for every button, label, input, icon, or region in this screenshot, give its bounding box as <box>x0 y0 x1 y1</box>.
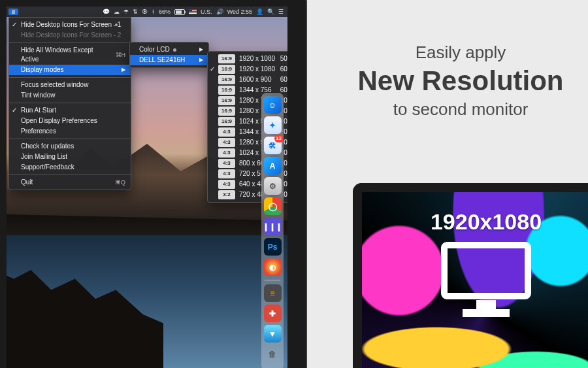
photoshop-icon[interactable]: Ps <box>264 238 282 256</box>
battery-label: 66% <box>159 8 171 15</box>
menu-item-label: Hide All Windows Except Active <box>21 46 110 64</box>
battery-icon[interactable] <box>174 9 185 15</box>
promo-line3: to second monitor <box>333 99 588 120</box>
menu-item[interactable]: Check for updates <box>9 141 131 152</box>
aspect-ratio-badge: 4:3 <box>218 159 235 168</box>
menu-item-label: Quit <box>21 178 33 187</box>
promo-line1: Easily apply <box>333 42 588 63</box>
resolution-label: 1600 x 900 <box>239 75 276 84</box>
menu-item-label: Check for updates <box>21 142 74 151</box>
aspect-ratio-badge: 4:3 <box>218 169 235 178</box>
menu-item[interactable]: Preferences <box>9 126 131 137</box>
menu-item-label: Join Mailing List <box>21 152 67 161</box>
display-name-label: DELL SE2416H <box>139 56 185 65</box>
menu-item[interactable]: Hide All Windows Except Active⌘H <box>9 45 131 65</box>
user-menubar-icon[interactable]: 👤 <box>256 8 263 15</box>
svg-rect-0 <box>444 245 528 296</box>
menu-item[interactable]: Display modes <box>9 65 131 75</box>
promo-text: Easily apply New Resolution to second mo… <box>333 42 588 120</box>
promo-line2: New Resolution <box>333 65 588 97</box>
menu-item[interactable]: Hide Desktop Icons For Screen - 1 <box>9 20 131 30</box>
aspect-ratio-badge: 4:3 <box>218 127 235 137</box>
menu-item-label: Tint window <box>21 91 55 100</box>
menu-item[interactable]: Join Mailing List <box>9 152 131 162</box>
display-name-label: Color LCD <box>139 45 170 54</box>
monitor-icon <box>440 241 532 320</box>
display-modes-submenu: Color LCDDELL SE2416H <box>129 42 209 68</box>
app-dropdown-menu: Hide Desktop Icons For Screen - 1Hide De… <box>8 17 131 190</box>
menu-item[interactable]: Quit⌘Q <box>9 177 131 188</box>
flag-icon[interactable] <box>189 9 197 14</box>
menu-item-label: Run At Start <box>21 106 56 115</box>
resolution-item[interactable]: 16:91920 x 108050Hz <box>208 54 287 64</box>
finder-icon[interactable]: ☺ <box>264 96 282 114</box>
refresh-rate-label: 50Hz <box>280 54 287 63</box>
aspect-ratio-badge: 16:9 <box>218 117 235 126</box>
aspect-ratio-badge: 4:3 <box>218 148 235 158</box>
menu-item-label: Focus selected window <box>21 80 88 90</box>
overlay-resolution-label: 1920x1080 <box>431 209 542 235</box>
menu-item-shortcut: ⌘Q <box>110 178 125 187</box>
trash-icon[interactable]: 🗑 <box>264 345 282 363</box>
appstore-icon[interactable]: A <box>264 157 282 175</box>
aspect-ratio-badge: 16:9 <box>218 96 235 105</box>
second-monitor: 1920x1080 <box>353 183 588 368</box>
wifi-menubar-icon[interactable]: ⦿ <box>142 8 148 15</box>
menu-item-label: Hide Desktop Icons For Screen - 1 <box>21 20 121 29</box>
chrome-icon[interactable]: ◯ <box>264 197 282 215</box>
aspect-ratio-badge: 4:3 <box>218 138 235 147</box>
refresh-rate-label: 60Hz <box>280 75 287 84</box>
menu-item[interactable]: Open Display Preferences <box>9 116 131 126</box>
refresh-rate-label: 60Hz <box>280 65 287 74</box>
dock: ☺✦🛠A⚙◯❙❙❙Ps◐≡✚▼🗑 <box>261 93 284 368</box>
svg-rect-1 <box>476 300 496 309</box>
aspect-ratio-badge: 16:9 <box>218 86 235 95</box>
resolution-item[interactable]: 16:91600 x 90060Hz <box>208 75 287 85</box>
downloads-icon[interactable]: ▼ <box>264 325 282 343</box>
resolution-label: 1920 x 1080 <box>239 54 276 63</box>
app-menubar-icon[interactable]: 🖥 <box>8 8 18 15</box>
safari-icon[interactable]: ✦ <box>264 116 282 134</box>
spotlight-icon[interactable]: 🔍 <box>267 8 274 15</box>
menu-item-label: Support/Feedback <box>21 163 74 172</box>
app-generic-icon[interactable]: ◐ <box>264 258 282 276</box>
menu-item-label: Open Display Preferences <box>21 116 97 125</box>
menu-item-shortcut: ⌘H <box>110 50 126 59</box>
menubar: 🖥 💬 ☁ ☂ ⇅ ⦿ ᚼ 66% U.S. 🔊 Wed 2:55 👤 🔍 ☰ <box>7 7 287 17</box>
aspect-ratio-badge: 4:3 <box>218 180 235 189</box>
svg-rect-2 <box>463 309 510 317</box>
volume-menubar-icon[interactable]: 🔊 <box>216 8 223 15</box>
aspect-ratio-badge: 3:2 <box>218 190 235 199</box>
menu-item: Hide Desktop Icons For Screen - 2 <box>9 30 131 41</box>
laptop-screen: 🖥 💬 ☁ ☂ ⇅ ⦿ ᚼ 66% U.S. 🔊 Wed 2:55 👤 🔍 ☰ <box>7 7 287 368</box>
xcode-icon[interactable]: 🛠 <box>264 137 282 154</box>
display-submenu-item[interactable]: Color LCD <box>130 44 208 55</box>
menu-item[interactable]: Support/Feedback <box>9 162 131 173</box>
cloud-menubar-icon[interactable]: ☁ <box>114 8 120 15</box>
equalizer-icon[interactable]: ❙❙❙ <box>264 218 282 235</box>
vpn-menubar-icon[interactable]: ⇅ <box>133 8 138 15</box>
menu-item[interactable]: Focus selected window <box>9 80 131 90</box>
aspect-ratio-badge: 16:9 <box>218 107 235 116</box>
menu-item[interactable]: Run At Start <box>9 105 131 116</box>
sublime-icon[interactable]: ≡ <box>264 284 282 302</box>
locale-label: U.S. <box>201 8 212 15</box>
control-center-icon[interactable]: ☰ <box>278 8 284 15</box>
aspect-ratio-badge: 16:9 <box>218 65 235 74</box>
preferences-icon[interactable]: ⚙ <box>264 177 282 195</box>
clock-label[interactable]: Wed 2:55 <box>227 8 252 15</box>
resolution-label: 1920 x 1080 <box>239 65 276 74</box>
umbrella-menubar-icon[interactable]: ☂ <box>123 8 129 15</box>
menu-item-label: Preferences <box>21 127 56 136</box>
resolution-item[interactable]: 16:91920 x 108060Hz <box>208 64 287 75</box>
menu-item[interactable]: Tint window <box>9 90 131 101</box>
chat-menubar-icon[interactable]: 💬 <box>103 8 110 15</box>
bluetooth-menubar-icon[interactable]: ᚼ <box>152 8 155 15</box>
aspect-ratio-badge: 16:9 <box>218 54 235 63</box>
menu-item-label: Hide Desktop Icons For Screen - 2 <box>21 31 121 40</box>
display-submenu-item[interactable]: DELL SE2416H <box>130 55 208 65</box>
menu-item-label: Display modes <box>21 65 64 75</box>
aspect-ratio-badge: 16:9 <box>218 75 235 84</box>
utility-icon[interactable]: ✚ <box>264 305 282 322</box>
